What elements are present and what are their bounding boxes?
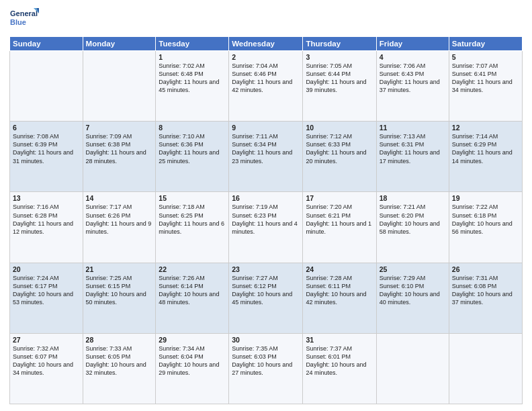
calendar-cell: 22Sunrise: 7:26 AM Sunset: 6:14 PM Dayli… xyxy=(156,263,229,333)
day-number: 13 xyxy=(13,194,80,202)
calendar-cell: 6Sunrise: 7:08 AM Sunset: 6:39 PM Daylig… xyxy=(10,122,83,192)
calendar-cell: 10Sunrise: 7:12 AM Sunset: 6:33 PM Dayli… xyxy=(303,122,376,192)
calendar-cell: 1Sunrise: 7:02 AM Sunset: 6:48 PM Daylig… xyxy=(156,51,229,122)
calendar-cell: 24Sunrise: 7:28 AM Sunset: 6:11 PM Dayli… xyxy=(303,263,376,333)
day-info: Sunrise: 7:16 AM Sunset: 6:28 PM Dayligh… xyxy=(13,203,80,236)
day-number: 3 xyxy=(306,53,373,61)
calendar-cell: 13Sunrise: 7:16 AM Sunset: 6:28 PM Dayli… xyxy=(10,192,83,263)
calendar-cell: 21Sunrise: 7:25 AM Sunset: 6:15 PM Dayli… xyxy=(83,263,156,333)
day-number: 7 xyxy=(86,124,153,132)
day-number: 17 xyxy=(306,194,373,202)
calendar-header-row: SundayMondayTuesdayWednesdayThursdayFrid… xyxy=(10,37,523,51)
calendar-cell: 11Sunrise: 7:13 AM Sunset: 6:31 PM Dayli… xyxy=(376,122,449,192)
col-header-tuesday: Tuesday xyxy=(156,37,229,51)
calendar-cell: 19Sunrise: 7:22 AM Sunset: 6:18 PM Dayli… xyxy=(449,192,522,263)
calendar-week-row: 27Sunrise: 7:32 AM Sunset: 6:07 PM Dayli… xyxy=(10,333,523,404)
col-header-monday: Monday xyxy=(83,37,156,51)
day-number: 26 xyxy=(452,265,519,273)
day-number: 6 xyxy=(13,124,80,132)
day-number: 15 xyxy=(159,194,226,202)
day-info: Sunrise: 7:07 AM Sunset: 6:41 PM Dayligh… xyxy=(452,62,519,95)
day-info: Sunrise: 7:05 AM Sunset: 6:44 PM Dayligh… xyxy=(306,62,373,95)
calendar-cell: 28Sunrise: 7:33 AM Sunset: 6:05 PM Dayli… xyxy=(83,333,156,404)
calendar-cell: 5Sunrise: 7:07 AM Sunset: 6:41 PM Daylig… xyxy=(449,51,522,122)
generalblue-logo-icon: General Blue xyxy=(9,7,39,31)
day-number: 5 xyxy=(452,53,519,61)
day-info: Sunrise: 7:04 AM Sunset: 6:46 PM Dayligh… xyxy=(232,62,300,95)
day-info: Sunrise: 7:13 AM Sunset: 6:31 PM Dayligh… xyxy=(380,132,446,165)
day-number: 28 xyxy=(86,336,153,344)
calendar-week-row: 6Sunrise: 7:08 AM Sunset: 6:39 PM Daylig… xyxy=(10,122,523,192)
header: General Blue xyxy=(9,7,523,31)
calendar-cell: 9Sunrise: 7:11 AM Sunset: 6:34 PM Daylig… xyxy=(229,122,303,192)
day-info: Sunrise: 7:14 AM Sunset: 6:29 PM Dayligh… xyxy=(452,132,519,165)
day-info: Sunrise: 7:25 AM Sunset: 6:15 PM Dayligh… xyxy=(86,274,153,307)
day-info: Sunrise: 7:26 AM Sunset: 6:14 PM Dayligh… xyxy=(159,274,226,307)
day-info: Sunrise: 7:17 AM Sunset: 6:26 PM Dayligh… xyxy=(86,203,153,236)
day-number: 21 xyxy=(86,265,153,273)
day-number: 20 xyxy=(13,265,80,273)
col-header-saturday: Saturday xyxy=(449,37,522,51)
calendar-cell: 29Sunrise: 7:34 AM Sunset: 6:04 PM Dayli… xyxy=(156,333,229,404)
day-number: 2 xyxy=(232,53,300,61)
calendar-week-row: 13Sunrise: 7:16 AM Sunset: 6:28 PM Dayli… xyxy=(10,192,523,263)
day-number: 29 xyxy=(159,336,226,344)
day-number: 10 xyxy=(306,124,373,132)
calendar-cell xyxy=(83,51,156,122)
day-info: Sunrise: 7:10 AM Sunset: 6:36 PM Dayligh… xyxy=(159,132,226,165)
calendar-cell: 3Sunrise: 7:05 AM Sunset: 6:44 PM Daylig… xyxy=(303,51,376,122)
day-number: 11 xyxy=(380,124,446,132)
calendar-cell: 31Sunrise: 7:37 AM Sunset: 6:01 PM Dayli… xyxy=(303,333,376,404)
day-info: Sunrise: 7:21 AM Sunset: 6:20 PM Dayligh… xyxy=(380,203,446,236)
day-number: 16 xyxy=(232,194,300,202)
day-number: 9 xyxy=(232,124,300,132)
calendar-cell: 18Sunrise: 7:21 AM Sunset: 6:20 PM Dayli… xyxy=(376,192,449,263)
day-number: 23 xyxy=(232,265,300,273)
calendar-cell: 12Sunrise: 7:14 AM Sunset: 6:29 PM Dayli… xyxy=(449,122,522,192)
calendar-cell: 30Sunrise: 7:35 AM Sunset: 6:03 PM Dayli… xyxy=(229,333,303,404)
day-info: Sunrise: 7:08 AM Sunset: 6:39 PM Dayligh… xyxy=(13,132,80,165)
day-info: Sunrise: 7:28 AM Sunset: 6:11 PM Dayligh… xyxy=(306,274,373,307)
day-info: Sunrise: 7:32 AM Sunset: 6:07 PM Dayligh… xyxy=(13,345,80,377)
col-header-wednesday: Wednesday xyxy=(229,37,303,51)
calendar-cell xyxy=(449,333,522,404)
day-info: Sunrise: 7:27 AM Sunset: 6:12 PM Dayligh… xyxy=(232,274,300,307)
calendar-cell: 20Sunrise: 7:24 AM Sunset: 6:17 PM Dayli… xyxy=(10,263,83,333)
day-info: Sunrise: 7:31 AM Sunset: 6:08 PM Dayligh… xyxy=(452,274,519,307)
day-number: 27 xyxy=(13,336,80,344)
calendar-week-row: 20Sunrise: 7:24 AM Sunset: 6:17 PM Dayli… xyxy=(10,263,523,333)
day-number: 1 xyxy=(159,53,226,61)
day-number: 30 xyxy=(232,336,300,344)
day-info: Sunrise: 7:02 AM Sunset: 6:48 PM Dayligh… xyxy=(159,62,226,95)
day-info: Sunrise: 7:37 AM Sunset: 6:01 PM Dayligh… xyxy=(306,345,373,377)
day-number: 25 xyxy=(380,265,446,273)
day-info: Sunrise: 7:09 AM Sunset: 6:38 PM Dayligh… xyxy=(86,132,153,165)
calendar-cell: 23Sunrise: 7:27 AM Sunset: 6:12 PM Dayli… xyxy=(229,263,303,333)
calendar-cell: 7Sunrise: 7:09 AM Sunset: 6:38 PM Daylig… xyxy=(83,122,156,192)
day-info: Sunrise: 7:22 AM Sunset: 6:18 PM Dayligh… xyxy=(452,203,519,236)
calendar-week-row: 1Sunrise: 7:02 AM Sunset: 6:48 PM Daylig… xyxy=(10,51,523,122)
day-number: 19 xyxy=(452,194,519,202)
calendar-cell: 16Sunrise: 7:19 AM Sunset: 6:23 PM Dayli… xyxy=(229,192,303,263)
calendar-table: SundayMondayTuesdayWednesdayThursdayFrid… xyxy=(9,36,523,404)
calendar-cell: 17Sunrise: 7:20 AM Sunset: 6:21 PM Dayli… xyxy=(303,192,376,263)
calendar-cell: 4Sunrise: 7:06 AM Sunset: 6:43 PM Daylig… xyxy=(376,51,449,122)
calendar-cell: 15Sunrise: 7:18 AM Sunset: 6:25 PM Dayli… xyxy=(156,192,229,263)
day-info: Sunrise: 7:34 AM Sunset: 6:04 PM Dayligh… xyxy=(159,345,226,377)
calendar-cell: 26Sunrise: 7:31 AM Sunset: 6:08 PM Dayli… xyxy=(449,263,522,333)
col-header-sunday: Sunday xyxy=(10,37,83,51)
day-number: 31 xyxy=(306,336,373,344)
calendar-cell: 8Sunrise: 7:10 AM Sunset: 6:36 PM Daylig… xyxy=(156,122,229,192)
day-info: Sunrise: 7:20 AM Sunset: 6:21 PM Dayligh… xyxy=(306,203,373,236)
day-number: 18 xyxy=(380,194,446,202)
day-info: Sunrise: 7:33 AM Sunset: 6:05 PM Dayligh… xyxy=(86,345,153,377)
page: General Blue SundayMondayTuesdayWednesda… xyxy=(0,0,532,411)
day-number: 22 xyxy=(159,265,226,273)
calendar-cell: 14Sunrise: 7:17 AM Sunset: 6:26 PM Dayli… xyxy=(83,192,156,263)
col-header-thursday: Thursday xyxy=(303,37,376,51)
logo: General Blue xyxy=(9,7,39,31)
day-number: 12 xyxy=(452,124,519,132)
day-info: Sunrise: 7:35 AM Sunset: 6:03 PM Dayligh… xyxy=(232,345,300,377)
calendar-cell xyxy=(10,51,83,122)
day-number: 4 xyxy=(380,53,446,61)
